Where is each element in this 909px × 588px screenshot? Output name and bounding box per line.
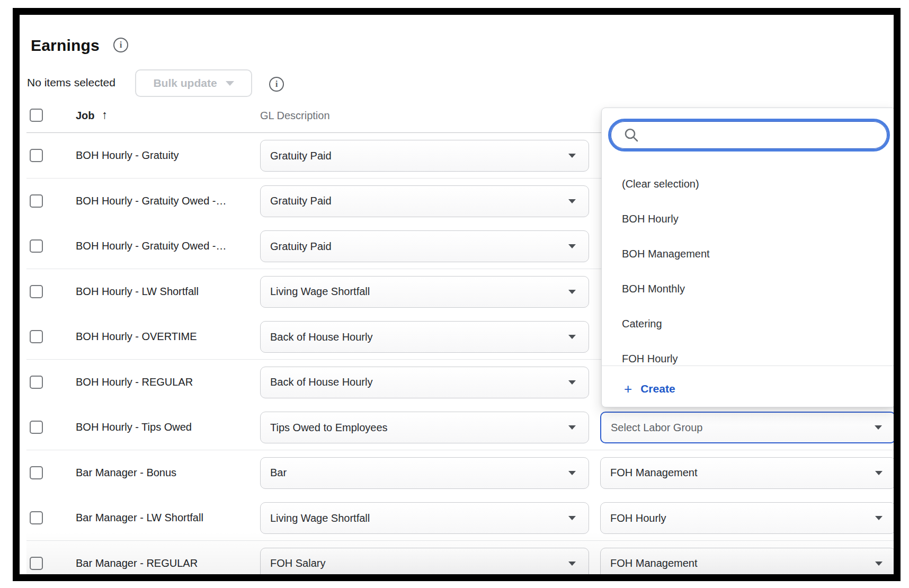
table-row: Bar Manager - REGULARFOH SalaryFOH Manag… xyxy=(26,541,901,582)
job-name: Bar Manager - Bonus xyxy=(76,450,176,495)
row-checkbox[interactable] xyxy=(30,466,43,479)
dropdown-option[interactable]: Catering xyxy=(602,306,895,341)
dropdown-option[interactable]: BOH Management xyxy=(602,236,895,271)
labor-group-select[interactable]: Select Labor Group xyxy=(600,412,896,443)
gl-description-value: Tips Owed to Employees xyxy=(261,422,568,434)
gl-description-select[interactable]: Gratuity Paid xyxy=(260,230,589,262)
dropdown-option[interactable]: BOH Monthly xyxy=(602,271,895,306)
table-row: Bar Manager - BonusBarFOH Management xyxy=(26,450,901,496)
chevron-down-icon xyxy=(875,471,883,475)
gl-description-value: Back of House Hourly xyxy=(261,376,568,388)
plus-icon: + xyxy=(624,382,632,396)
gl-description-select[interactable]: Living Wage Shortfall xyxy=(260,502,589,534)
gl-description-value: Gratuity Paid xyxy=(261,150,568,162)
gl-description-select[interactable]: Bar xyxy=(260,457,589,489)
gl-description-select[interactable]: Tips Owed to Employees xyxy=(260,412,589,443)
gl-description-select[interactable]: Back of House Hourly xyxy=(260,321,589,353)
job-name: BOH Hourly - Gratuity Owed -… xyxy=(76,224,227,269)
labor-group-select[interactable]: FOH Hourly xyxy=(600,502,896,534)
gl-description-select[interactable]: FOH Salary xyxy=(260,548,589,580)
labor-group-value: FOH Management xyxy=(601,557,875,569)
row-checkbox[interactable] xyxy=(30,149,43,162)
chevron-down-icon xyxy=(875,562,883,566)
gl-description-select[interactable]: Gratuity Paid xyxy=(260,185,589,217)
chevron-down-icon xyxy=(568,154,576,158)
chevron-down-icon xyxy=(568,425,576,430)
dropdown-option[interactable]: BOH Hourly xyxy=(602,201,895,236)
chevron-down-icon xyxy=(568,335,576,339)
labor-group-value: FOH Hourly xyxy=(601,512,875,524)
labor-group-value: FOH Management xyxy=(601,467,875,479)
row-checkbox[interactable] xyxy=(30,421,43,434)
job-name: BOH Hourly - LW Shortfall xyxy=(76,269,199,314)
search-icon xyxy=(623,127,639,143)
row-checkbox[interactable] xyxy=(30,557,43,570)
gl-description-value: Bar xyxy=(261,467,568,479)
chevron-down-icon xyxy=(568,562,576,566)
job-name: BOH Hourly - REGULAR xyxy=(76,360,193,405)
gl-description-value: Living Wage Shortfall xyxy=(261,286,568,298)
row-checkbox[interactable] xyxy=(30,194,43,208)
gl-description-select[interactable]: Back of House Hourly xyxy=(260,367,589,398)
job-name: BOH Hourly - OVERTIME xyxy=(76,314,197,359)
dropdown-option[interactable]: FOH Hourly xyxy=(602,341,895,366)
labor-group-select[interactable]: FOH Management xyxy=(600,457,896,489)
chevron-down-icon xyxy=(875,425,882,430)
row-checkbox[interactable] xyxy=(30,285,43,298)
labor-group-select[interactable]: FOH Management xyxy=(600,548,896,580)
dropdown-option-list: (Clear selection)BOH HourlyBOH Managemen… xyxy=(602,166,895,366)
gl-description-value: Gratuity Paid xyxy=(261,240,568,253)
job-name: BOH Hourly - Gratuity Owed -… xyxy=(76,179,227,224)
chevron-down-icon xyxy=(568,290,576,294)
labor-group-dropdown-panel: (Clear selection)BOH HourlyBOH Managemen… xyxy=(601,108,896,407)
chevron-down-icon xyxy=(568,199,576,203)
panel-divider xyxy=(602,366,895,366)
chevron-down-icon xyxy=(568,380,576,385)
row-checkbox[interactable] xyxy=(30,239,43,253)
gl-description-select[interactable]: Gratuity Paid xyxy=(260,140,589,172)
search-input[interactable] xyxy=(646,124,877,146)
labor-group-value: Select Labor Group xyxy=(601,422,875,434)
job-name: Bar Manager - LW Shortfall xyxy=(76,495,203,540)
row-checkbox[interactable] xyxy=(30,376,43,389)
table-row: Bar Manager - LW ShortfallLiving Wage Sh… xyxy=(26,495,901,541)
gl-description-select[interactable]: Living Wage Shortfall xyxy=(260,276,589,308)
dropdown-search-box[interactable] xyxy=(608,119,890,152)
chevron-down-icon xyxy=(875,516,883,520)
table-row: BOH Hourly - Tips OwedTips Owed to Emplo… xyxy=(26,405,901,450)
gl-description-value: Living Wage Shortfall xyxy=(261,512,568,524)
gl-description-value: FOH Salary xyxy=(261,557,568,569)
row-checkbox[interactable] xyxy=(30,330,43,343)
create-labor-group-button[interactable]: + Create xyxy=(602,373,895,405)
create-label: Create xyxy=(640,382,675,395)
chevron-down-icon xyxy=(568,516,576,520)
chevron-down-icon xyxy=(568,471,576,475)
gl-description-value: Back of House Hourly xyxy=(261,331,568,343)
job-name: Bar Manager - REGULAR xyxy=(76,541,198,582)
chevron-down-icon xyxy=(568,244,576,248)
job-name: BOH Hourly - Tips Owed xyxy=(76,405,192,450)
screenshot-frame: Earnings i No items selected Bulk update… xyxy=(13,8,901,581)
dropdown-option[interactable]: (Clear selection) xyxy=(602,166,895,201)
gl-description-value: Gratuity Paid xyxy=(261,195,568,207)
job-name: BOH Hourly - Gratuity xyxy=(76,133,179,178)
row-checkbox[interactable] xyxy=(30,511,43,524)
